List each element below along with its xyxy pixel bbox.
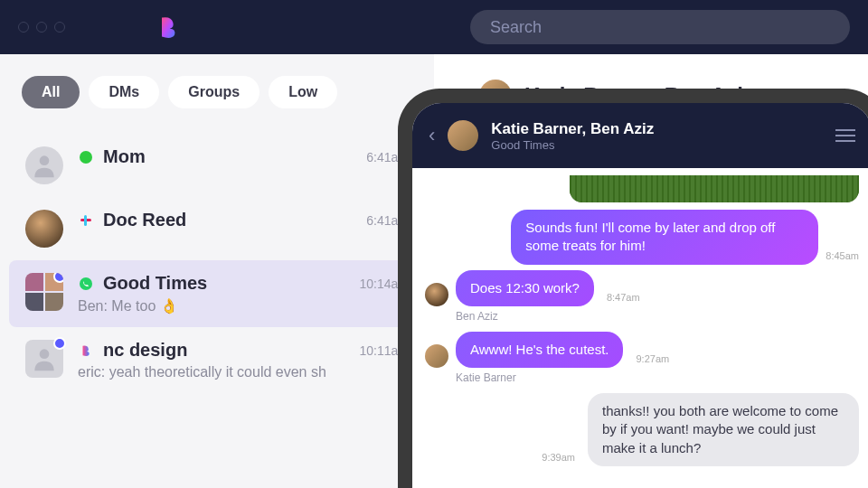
window-dot[interactable] — [54, 22, 65, 33]
message-sender: Katie Barner — [456, 371, 859, 384]
message-list: Sounds fun! I'll come by later and drop … — [412, 168, 868, 488]
conversation-list-pane: All DMs Groups Low Mom 6:41am — [0, 54, 434, 488]
conversation-title: nc design — [103, 340, 187, 361]
conversation-title: Good Times — [103, 273, 207, 294]
chat-avatar — [448, 120, 478, 151]
avatar — [25, 210, 63, 248]
chat-header: ‹ Katie Barner, Ben Aziz Good Times — [412, 103, 868, 168]
window-dot[interactable] — [36, 22, 47, 33]
filter-all[interactable]: All — [22, 76, 80, 108]
chat-subtitle: Good Times — [491, 138, 823, 152]
message-time: 8:45am — [826, 250, 859, 261]
window-dot[interactable] — [18, 22, 29, 33]
search-input[interactable]: Search — [470, 10, 850, 44]
message-bubble[interactable]: Sounds fun! I'll come by later and drop … — [511, 210, 818, 265]
slack-icon — [78, 212, 94, 229]
phone-mockup: ‹ Katie Barner, Ben Aziz Good Times Soun… — [398, 89, 868, 488]
filter-low[interactable]: Low — [269, 76, 337, 108]
filter-groups[interactable]: Groups — [168, 76, 259, 108]
search-placeholder: Search — [490, 18, 542, 37]
avatar — [25, 340, 63, 378]
message-sender: Ben Aziz — [456, 310, 859, 323]
sender-avatar — [425, 344, 448, 368]
menu-icon[interactable] — [835, 129, 855, 142]
topbar: Search — [0, 0, 868, 54]
svg-rect-2 — [84, 215, 87, 226]
filter-dms[interactable]: DMs — [89, 76, 159, 108]
beeper-icon — [78, 343, 94, 359]
message-outgoing: 9:39am thanks!! you both are welcome to … — [425, 393, 859, 466]
group-avatar — [25, 273, 63, 311]
conversation-title: Mom — [103, 146, 146, 167]
conversation-item[interactable]: nc design 10:11am eric: yeah theoretical… — [9, 327, 425, 393]
conversation-preview: Ben: Me too 👌 — [78, 297, 409, 314]
message-bubble[interactable]: thanks!! you both are welcome to come by… — [588, 393, 859, 466]
svg-point-0 — [40, 155, 50, 165]
conversation-preview: eric: yeah theoretically it could even s… — [78, 364, 409, 380]
whatsapp-icon — [78, 276, 94, 292]
back-icon[interactable]: ‹ — [429, 124, 435, 147]
window-controls — [18, 22, 65, 33]
conversation-item[interactable]: Mom 6:41am — [9, 134, 425, 197]
message-bubble[interactable]: Does 12:30 work? — [456, 270, 594, 306]
message-incoming: Awww! He's the cutest. 9:27am — [425, 332, 859, 368]
avatar — [25, 146, 63, 184]
conversation-title: Doc Reed — [103, 210, 186, 230]
message-time: 9:27am — [636, 353, 669, 364]
sms-icon — [78, 149, 94, 165]
svg-point-4 — [40, 349, 50, 359]
image-message[interactable] — [570, 175, 859, 202]
message-incoming: Does 12:30 work? 8:47am — [425, 270, 859, 306]
message-time: 8:47am — [607, 292, 640, 303]
sender-avatar — [425, 283, 448, 306]
message-time: 9:39am — [542, 452, 575, 463]
chat-title: Katie Barner, Ben Aziz — [491, 120, 823, 138]
conversation-item[interactable]: Good Times 10:14am Ben: Me too 👌 — [9, 260, 425, 327]
conversation-item[interactable]: Doc Reed 6:41am — [9, 197, 425, 260]
svg-point-3 — [80, 277, 92, 290]
conversation-list: Mom 6:41am Doc Reed 6:41am — [9, 134, 425, 393]
message-outgoing: Sounds fun! I'll come by later and drop … — [425, 210, 859, 265]
filter-row: All DMs Groups Low — [9, 76, 425, 108]
message-bubble[interactable]: Awww! He's the cutest. — [456, 332, 623, 368]
app-logo-icon — [156, 14, 181, 40]
